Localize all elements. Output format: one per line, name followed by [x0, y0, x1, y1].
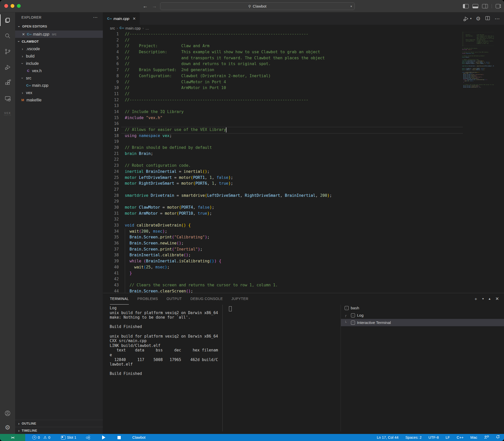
platform-status[interactable]: Mac: [470, 435, 477, 439]
code-line-13[interactable]: 13: [103, 103, 504, 109]
toggle-sidebar-icon[interactable]: [463, 4, 469, 8]
code-line-35[interactable]: 35 Brain.Screen.print("Calibrating");: [103, 234, 504, 240]
breadcrumb-symbol[interactable]: …: [145, 26, 149, 30]
tree-item-makefile[interactable]: Mmakefile: [15, 96, 103, 104]
code-line-19[interactable]: 19: [103, 139, 504, 145]
code-line-27[interactable]: 27: [103, 187, 504, 193]
customize-layout-icon[interactable]: [496, 4, 500, 8]
code-line-3[interactable]: 3// Project: Claw and Arm: [103, 43, 504, 49]
eol-status[interactable]: LF: [446, 435, 450, 439]
code-line-1[interactable]: 1//-------------------------------------…: [103, 31, 504, 37]
terminal-list-item-bash[interactable]: ›bash: [341, 304, 504, 312]
close-window-button[interactable]: [4, 4, 8, 8]
remote-explorer-icon[interactable]: [0, 91, 15, 106]
toggle-panel-icon[interactable]: [472, 4, 478, 8]
code-line-42[interactable]: 42: [103, 276, 504, 282]
tree-item-vex[interactable]: ›vex: [15, 89, 103, 96]
close-editor-icon[interactable]: ✕: [22, 32, 25, 36]
tree-item-src[interactable]: ›src: [15, 74, 103, 82]
code-line-25[interactable]: 25motor LeftDriveSmart = motor(PORT1, 1,…: [103, 175, 504, 181]
timeline-section[interactable]: › TIMELINE: [15, 427, 103, 434]
editor-settings-gear-icon[interactable]: ⚙: [476, 16, 481, 22]
panel-tab-output[interactable]: OUTPUT: [167, 293, 182, 305]
code-line-32[interactable]: 32: [103, 216, 504, 223]
tree-item-vex.h[interactable]: Cvex.h: [15, 67, 103, 74]
code-editor[interactable]: 1//-------------------------------------…: [103, 31, 504, 293]
code-line-44[interactable]: 44 Brain.Screen.clearScreen();: [103, 288, 504, 293]
minimize-window-button[interactable]: [11, 4, 14, 8]
maximize-panel-icon[interactable]: ▲: [488, 297, 491, 300]
more-actions-icon[interactable]: ⋯: [495, 16, 500, 22]
run-and-debug-icon[interactable]: [0, 59, 15, 75]
extensions-icon[interactable]: [0, 75, 15, 91]
problems-status[interactable]: ✕ 0 ⚠ 0: [32, 435, 50, 440]
code-line-10[interactable]: 10// ArmMotor in Port 10: [103, 85, 504, 91]
code-line-16[interactable]: 16: [103, 121, 504, 127]
tree-item-build[interactable]: ›build: [15, 52, 103, 60]
terminal-list-item-log[interactable]: ┌›Log: [341, 312, 504, 319]
minimap[interactable]: //--------------------------------------…: [462, 32, 494, 88]
code-line-33[interactable]: 33void calibrateDrivetrain() {: [103, 223, 504, 229]
code-line-6[interactable]: 6// down and returns to its original spo…: [103, 61, 504, 67]
accounts-icon[interactable]: [0, 408, 15, 419]
code-line-9[interactable]: 9// ClawMotor in Port 4: [103, 79, 504, 85]
code-line-31[interactable]: 31motor ArmMotor = motor(PORT10, true);: [103, 211, 504, 217]
project-name-status[interactable]: Clawbot: [132, 435, 145, 439]
code-line-23[interactable]: 23// Robot configuration code.: [103, 163, 504, 169]
code-line-43[interactable]: 43 // Clears the screen and returns the …: [103, 282, 504, 288]
search-view-icon[interactable]: [0, 28, 15, 44]
breadcrumb-file[interactable]: main.cpp: [125, 26, 141, 30]
terminal-dropdown-chevron-icon[interactable]: ▾: [482, 297, 484, 300]
open-editors-header[interactable]: › OPEN EDITORS: [15, 22, 103, 31]
terminal-output[interactable]: Log unix build for platform vexiq2 on Da…: [110, 306, 218, 376]
vex-radio-button[interactable]: [86, 436, 91, 439]
new-terminal-icon[interactable]: ＋: [474, 296, 478, 302]
explorer-more-actions-icon[interactable]: ⋯: [93, 15, 98, 20]
code-line-4[interactable]: 4// Description: This example will show …: [103, 49, 504, 55]
code-line-5[interactable]: 5// and transports it forward. The Clawb…: [103, 55, 504, 61]
code-line-30[interactable]: 30motor ClawMotor = motor(PORT4, false);: [103, 205, 504, 211]
cursor-position-status[interactable]: Ln 17, Col 44: [377, 435, 398, 439]
command-center-search[interactable]: ⚲ Clawbot ▾: [160, 2, 355, 10]
code-line-11[interactable]: 11//: [103, 91, 504, 97]
terminal-split-divider[interactable]: [222, 305, 223, 431]
code-line-2[interactable]: 2//: [103, 37, 504, 43]
encoding-status[interactable]: UTF-8: [428, 435, 439, 439]
code-line-41[interactable]: 41 }: [103, 270, 504, 277]
code-line-39[interactable]: 39 while (BrainInertial.isCalibrating())…: [103, 258, 504, 264]
code-line-38[interactable]: 38 BrainInertial.calibrate();: [103, 252, 504, 258]
panel-tab-problems[interactable]: PROBLEMS: [137, 293, 158, 305]
source-control-icon[interactable]: [0, 44, 15, 59]
tree-item-.vscode[interactable]: ›.vscode: [15, 45, 103, 52]
code-line-28[interactable]: 28smartdrive Drivetrain = smartdrive(Lef…: [103, 193, 504, 199]
terminal-list-item-interactive-terminal[interactable]: └›Interactive Terminal: [341, 319, 504, 326]
code-line-34[interactable]: 34 wait(200, msec);: [103, 229, 504, 235]
toggle-secondary-sidebar-icon[interactable]: [482, 4, 488, 8]
tree-item-include[interactable]: ›include: [15, 60, 103, 67]
maximize-window-button[interactable]: [17, 4, 21, 8]
indentation-status[interactable]: Spaces: 2: [405, 435, 422, 439]
close-tab-icon[interactable]: ✕: [133, 16, 136, 21]
navigate-forward-icon[interactable]: →: [152, 3, 157, 9]
settings-gear-icon[interactable]: ⚙: [0, 422, 15, 432]
open-editor-item-main.cpp[interactable]: ✕C++main.cppsrc: [15, 31, 103, 38]
slot-selector[interactable]: Slot 1: [61, 435, 76, 439]
run-dropdown-chevron-icon[interactable]: ▾: [470, 17, 472, 20]
panel-tab-terminal[interactable]: TERMINAL: [110, 293, 129, 305]
code-line-24[interactable]: 24inertial BrainInertial = inertial();: [103, 169, 504, 175]
panel-tab-jupyter[interactable]: JUPYTER: [231, 293, 248, 305]
code-line-18[interactable]: 18using namespace vex;: [103, 133, 504, 139]
code-line-20[interactable]: 20// Brain should be defined by default: [103, 145, 504, 151]
tree-item-main.cpp[interactable]: C++main.cpp: [15, 82, 103, 89]
code-line-29[interactable]: 29: [103, 199, 504, 205]
panel-tab-debug-console[interactable]: DEBUG CONSOLE: [190, 293, 223, 305]
workspace-root-clawbot[interactable]: › CLAWBOT: [15, 38, 103, 45]
code-line-14[interactable]: 14// Include the IQ Library: [103, 109, 504, 115]
code-line-21[interactable]: 21brain Brain;: [103, 151, 504, 157]
navigate-back-icon[interactable]: ←: [143, 3, 148, 9]
remote-indicator[interactable]: ><: [0, 434, 25, 441]
feedback-icon[interactable]: [484, 435, 489, 440]
run-project-button[interactable]: [102, 435, 105, 439]
close-panel-icon[interactable]: ✕: [495, 296, 499, 301]
split-editor-icon[interactable]: [485, 15, 490, 22]
